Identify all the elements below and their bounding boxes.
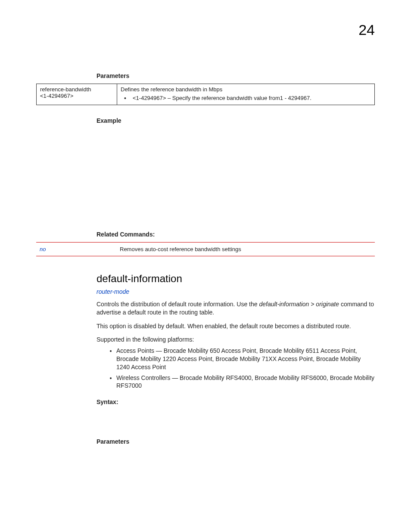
parameters-table: reference-bandwidth <1-4294967> Defines … [36,84,375,105]
param-desc-line1: Defines the reference bandwidth in Mbps [121,86,371,93]
param-desc-cell: Defines the reference bandwidth in Mbps … [117,84,375,105]
example-spacer [36,128,375,219]
list-item: Wireless Controllers — Brocade Mobility … [116,374,375,390]
command-section: default-information router-mode Controls… [97,273,375,445]
related-cmd-name: no [36,242,116,256]
paragraph: Controls the distribution of default rou… [97,300,375,317]
table-row: reference-bandwidth <1-4294967> Defines … [37,84,375,105]
related-commands-table: no Removes auto-cost reference bandwidth… [36,242,375,256]
param-name-cell: reference-bandwidth <1-4294967> [37,84,117,105]
router-mode-link[interactable]: router-mode [97,288,375,295]
table-row: no Removes auto-cost reference bandwidth… [36,242,375,256]
parameters-heading: Parameters [97,72,375,79]
page: 24 Parameters reference-bandwidth <1-429… [0,0,411,475]
parameters-heading-2: Parameters [97,438,375,445]
param-name-line2: <1-4294967> [40,93,113,99]
example-heading: Example [97,117,375,124]
no-command-link[interactable]: no [40,246,46,252]
list-item: Access Points — Brocade Mobility 650 Acc… [116,347,375,371]
param-desc-bullet: <1-4294967> – Specify the reference band… [121,94,371,102]
related-commands-heading: Related Commands: [97,231,375,238]
param-name-line1: reference-bandwidth [40,86,113,93]
syntax-heading: Syntax: [97,398,375,405]
paragraph: Supported in the following platforms: [97,336,375,344]
para1-b: default-information > originate [259,301,339,308]
page-number: 24 [358,22,375,38]
platform-list: Access Points — Brocade Mobility 650 Acc… [116,347,375,390]
para1-a: Controls the distribution of default rou… [97,301,259,308]
command-title: default-information [97,273,375,285]
related-cmd-desc: Removes auto-cost reference bandwidth se… [116,242,375,256]
syntax-spacer [97,410,375,426]
paragraph: This option is disabled by default. When… [97,322,375,331]
